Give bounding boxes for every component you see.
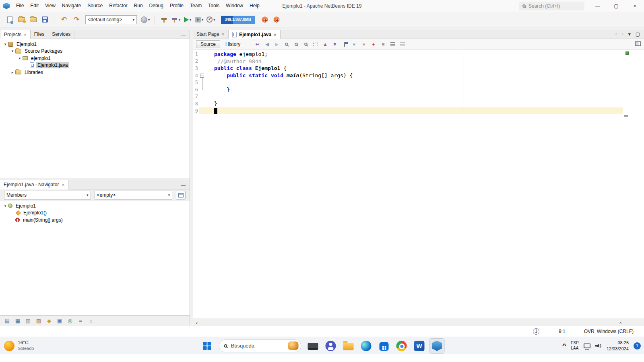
clean-build-project-button[interactable]: ▾ bbox=[171, 14, 181, 25]
split-document-button[interactable] bbox=[635, 41, 641, 47]
error-stripe-caret-mark[interactable] bbox=[624, 115, 628, 117]
menu-window[interactable]: Window bbox=[223, 0, 246, 12]
memory-indicator[interactable]: 349.1/387.0MB bbox=[221, 16, 255, 24]
taskbar-search[interactable] bbox=[219, 339, 301, 352]
toggle-rectangular-selection-icon[interactable] bbox=[311, 40, 320, 49]
find-next-occurrence-icon[interactable] bbox=[292, 40, 300, 49]
last-edit-position-icon[interactable]: ↩ bbox=[253, 40, 262, 49]
insert-mode-indicator[interactable]: OVR bbox=[584, 329, 594, 334]
tree-item-ejemplo1[interactable]: ▾ejemplo1 bbox=[0, 55, 190, 62]
open-project-button[interactable] bbox=[28, 14, 38, 25]
shift-line-right-icon[interactable]: » bbox=[359, 40, 368, 49]
config-select[interactable]: <default config> ▾ bbox=[85, 15, 137, 24]
panel-splitter[interactable] bbox=[190, 30, 193, 326]
word-icon[interactable]: W bbox=[412, 338, 427, 354]
code-line-3[interactable]: 3public class Ejemplo1 { bbox=[193, 65, 623, 72]
file-explorer-icon[interactable] bbox=[341, 338, 356, 354]
tree-toggle-icon[interactable]: ▾ bbox=[17, 56, 23, 60]
menu-source[interactable]: Source bbox=[84, 0, 106, 12]
teams-icon[interactable] bbox=[323, 338, 339, 354]
tree-item-ejemplo1[interactable]: ▾Ejemplo1 bbox=[0, 202, 190, 210]
run-project-button[interactable]: ▾ bbox=[183, 14, 192, 25]
navigator-view-button[interactable] bbox=[176, 191, 186, 200]
menu-refactor[interactable]: Refactor bbox=[106, 0, 130, 12]
expand-all-icon[interactable]: ◎ bbox=[66, 317, 74, 325]
weather-widget[interactable]: 16°C Soleado bbox=[4, 340, 34, 352]
menu-navigate[interactable]: Navigate bbox=[59, 0, 84, 12]
tab-list-button[interactable]: ▾ bbox=[628, 31, 631, 37]
ide-search[interactable] bbox=[519, 2, 584, 10]
close-icon[interactable]: × bbox=[222, 32, 224, 37]
minimize-button[interactable]: — bbox=[588, 0, 607, 12]
save-all-button[interactable] bbox=[40, 14, 50, 25]
tab-services[interactable]: Services bbox=[48, 30, 74, 39]
maximize-button[interactable]: ▢ bbox=[607, 0, 625, 12]
code-line-7[interactable]: 7 bbox=[193, 93, 623, 101]
tree-toggle-icon[interactable]: ▾ bbox=[2, 204, 8, 208]
clock[interactable]: 08:25 12/03/2024 bbox=[607, 340, 629, 352]
menu-debug[interactable]: Debug bbox=[146, 0, 167, 12]
debug-project-button[interactable]: ▾ bbox=[194, 14, 204, 25]
show-inner-classes-icon[interactable]: ▣ bbox=[56, 317, 64, 325]
scroll-tabs-left-button[interactable]: ‹ bbox=[615, 31, 617, 37]
uncomment-icon[interactable] bbox=[398, 40, 407, 49]
notifications-icon[interactable]: 1 bbox=[533, 328, 539, 335]
profiling-point-button[interactable] bbox=[260, 14, 270, 25]
new-project-button[interactable] bbox=[17, 14, 26, 25]
tab-files[interactable]: Files bbox=[31, 30, 48, 39]
menu-file[interactable]: File bbox=[13, 0, 27, 12]
notification-center-button[interactable]: 1 bbox=[634, 342, 641, 350]
menu-run[interactable]: Run bbox=[131, 0, 146, 12]
editor-tab-start-page[interactable]: Start Page× bbox=[193, 30, 228, 39]
scroll-tabs-right-button[interactable]: › bbox=[622, 31, 623, 37]
close-button[interactable]: × bbox=[625, 0, 644, 12]
show-non-public-members-icon[interactable]: ▧ bbox=[35, 317, 43, 325]
menu-profile[interactable]: Profile bbox=[167, 0, 187, 12]
code-line-4[interactable]: 4− public static void main(String[] args… bbox=[193, 72, 623, 79]
navigator-members-select[interactable]: Members ▾ bbox=[4, 191, 91, 200]
profiling-point-alt-button[interactable] bbox=[272, 14, 281, 25]
start-macro-recording-icon[interactable]: ● bbox=[369, 40, 378, 49]
tab-projects[interactable]: Projects× bbox=[0, 30, 31, 39]
navigator-tab[interactable]: Ejemplo1.java - Navigator × bbox=[0, 180, 68, 189]
netbeans-icon[interactable] bbox=[429, 338, 445, 354]
view-history-button[interactable]: History bbox=[221, 40, 245, 48]
menu-help[interactable]: Help bbox=[246, 0, 263, 12]
error-stripe-ok-icon[interactable] bbox=[625, 51, 629, 55]
minimize-navigator-button[interactable]: — bbox=[181, 181, 186, 189]
search-highlight-image[interactable] bbox=[288, 341, 299, 350]
show-static-members-icon[interactable]: ▥ bbox=[24, 317, 32, 325]
start-button[interactable] bbox=[200, 338, 215, 354]
new-file-button[interactable] bbox=[5, 14, 14, 25]
redo-button[interactable]: ↷ bbox=[71, 14, 82, 25]
store-icon[interactable] bbox=[376, 338, 392, 354]
navigate-back-icon[interactable]: ◀ bbox=[263, 40, 271, 49]
view-source-button[interactable]: Source bbox=[196, 40, 220, 48]
code-editor[interactable]: 1package ejemplo1;2 //@author 98443publi… bbox=[193, 50, 644, 319]
show-fields-icon[interactable]: ▦ bbox=[14, 317, 22, 325]
next-bookmark-icon[interactable]: ▼ bbox=[330, 40, 339, 49]
tree-item-ejemplo1[interactable]: Ejemplo1() bbox=[0, 210, 190, 217]
tree-toggle-icon[interactable]: ▾ bbox=[2, 42, 8, 46]
hidden-icons-button[interactable]: ^ bbox=[562, 343, 566, 349]
sort-by-source-icon[interactable]: ↕ bbox=[87, 317, 95, 325]
minimize-window-group-button[interactable]: — bbox=[181, 31, 186, 39]
build-project-button[interactable] bbox=[159, 14, 169, 25]
navigator-scope-select[interactable]: <empty> ▾ bbox=[95, 191, 173, 200]
code-line-6[interactable]: 6 } bbox=[193, 86, 623, 93]
menu-team[interactable]: Team bbox=[187, 0, 205, 12]
show-constructors-icon[interactable]: ◆ bbox=[45, 317, 53, 325]
taskbar-search-input[interactable] bbox=[231, 343, 285, 349]
toggle-bookmark-icon[interactable] bbox=[340, 40, 349, 49]
maximize-editor-button[interactable]: ▢ bbox=[636, 31, 640, 37]
tree-item-ejemplo1[interactable]: ▾Ejemplo1 bbox=[0, 41, 190, 48]
set-configuration-button[interactable]: ▾ bbox=[140, 14, 150, 25]
tree-toggle-icon[interactable]: ▾ bbox=[10, 49, 15, 53]
laptop-app-icon[interactable] bbox=[305, 338, 321, 354]
ide-search-input[interactable] bbox=[528, 3, 577, 9]
find-previous-occurrence-icon[interactable] bbox=[301, 40, 310, 49]
find-selection-icon[interactable] bbox=[282, 40, 291, 49]
comment-icon[interactable] bbox=[388, 40, 397, 49]
profile-project-button[interactable]: ▾ bbox=[206, 14, 216, 25]
tree-item-ejemplo1-java[interactable]: Ejemplo1.java bbox=[0, 62, 190, 69]
